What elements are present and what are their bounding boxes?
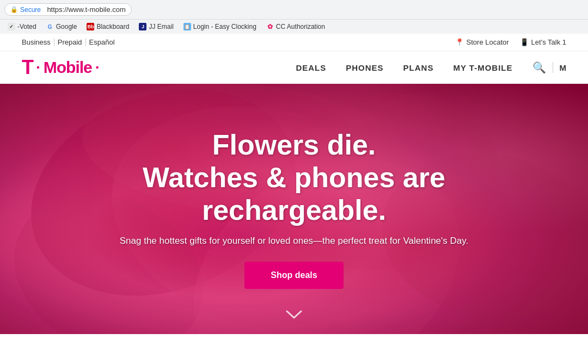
bb-favicon: Bb [87,23,94,30]
bookmarks-bar: ✓ -Voted G Google Bb Blackboard J JJ Ema… [0,19,588,34]
store-locator-label: Store Locator [467,38,509,46]
logo-separator-right: · [95,59,100,76]
jj-favicon: J [139,23,146,30]
nav-link-phones[interactable]: PHONES [346,63,383,72]
utility-bar: Business Prepaid Español 📍 Store Locator… [0,34,588,51]
tmobile-website: Business Prepaid Español 📍 Store Locator… [0,34,588,349]
scroll-down-indicator[interactable] [286,308,302,323]
bookmark-clocking-label: Login - Easy Clocking [193,23,256,30]
bookmark-jj-label: JJ Email [149,23,173,30]
hero-headline-line2: Watches & phones are rechargeable. [143,162,445,226]
logo-separator-left: · [36,59,40,76]
main-nav: T · Mobile · DEALS PHONES PLANS MY T-MOB… [0,51,588,84]
lets-talk-button[interactable]: 📱 Let's Talk 1 [520,38,566,46]
hero-wrapper: Flowers die. Watches & phones are rechar… [0,84,588,334]
bookmark-google-label: Google [56,23,77,30]
store-locator-button[interactable]: 📍 Store Locator [455,38,509,46]
hero-headline-line1: Flowers die. [212,129,376,161]
utility-left-links: Business Prepaid Español [22,38,118,46]
secure-badge[interactable]: 🔒 Secure https://www.t-mobile.com [4,3,132,16]
address-bar-row: 🔒 Secure https://www.t-mobile.com [0,0,588,19]
search-icon[interactable]: 🔍 [532,61,546,74]
bookmark-cc-auth[interactable]: ✿ CC Authorization [263,22,328,32]
lets-talk-label: Let's Talk 1 [531,38,566,46]
logo-t-letter: T [22,58,33,77]
cc-favicon: ✿ [266,23,274,30]
phone-icon: 📱 [520,38,529,46]
bookmark-voted[interactable]: ✓ -Voted [4,22,40,32]
utility-link-espanol[interactable]: Español [86,38,118,46]
nav-link-plans[interactable]: PLANS [403,63,434,72]
browser-chrome: 🔒 Secure https://www.t-mobile.com ✓ -Vot… [0,0,588,34]
bookmark-cc-label: CC Authorization [276,23,325,30]
google-favicon: G [46,23,54,30]
hero-section: Flowers die. Watches & phones are rechar… [0,84,588,334]
bookmark-blackboard[interactable]: Bb Blackboard [83,22,132,32]
secure-label: Secure [20,6,41,14]
bookmark-google[interactable]: G Google [43,22,81,32]
shop-deals-button[interactable]: Shop deals [244,262,343,289]
tmobile-logo[interactable]: T · Mobile · [22,58,100,77]
nav-link-deals[interactable]: DEALS [296,63,326,72]
bookmark-voted-label: -Voted [17,23,36,30]
url-text: https://www.t-mobile.com [47,5,126,14]
bookmark-clocking[interactable]: 📋 Login - Easy Clocking [180,22,260,32]
logo-mobile-text: Mobile [44,58,92,77]
nav-more-indicator: M [560,63,567,72]
utility-right-items: 📍 Store Locator 📱 Let's Talk 1 [455,38,566,46]
clocking-favicon: 📋 [183,23,191,30]
hero-headline: Flowers die. Watches & phones are rechar… [49,129,539,226]
nav-links: DEALS PHONES PLANS MY T-MOBILE 🔍 M [296,61,566,74]
lock-icon: 🔒 [10,6,18,13]
bookmark-jj-email[interactable]: J JJ Email [136,22,176,32]
utility-link-prepaid[interactable]: Prepaid [54,38,86,46]
nav-divider [553,62,553,73]
nav-link-my-tmobile[interactable]: MY T-MOBILE [453,63,512,72]
bookmark-blackboard-label: Blackboard [96,23,129,30]
nav-icons: 🔍 M [532,61,567,74]
hero-subtext: Snag the hottest gifts for yourself or l… [120,236,468,246]
utility-link-business[interactable]: Business [22,38,54,46]
location-icon: 📍 [455,38,464,46]
voted-favicon: ✓ [8,23,15,30]
